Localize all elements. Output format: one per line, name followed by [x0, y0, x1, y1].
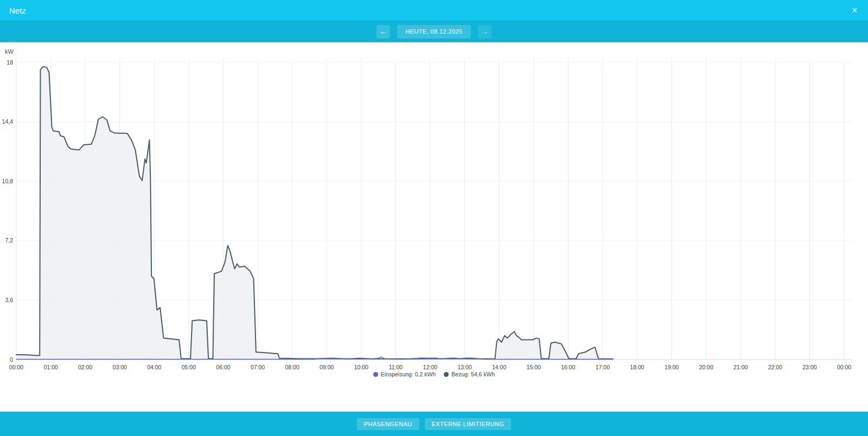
chart-legend: Einspeisung: 0,2 kWh Bezug: 54,6 kWh: [0, 371, 868, 377]
close-icon[interactable]: ✕: [850, 5, 859, 15]
phasengenau-button[interactable]: PHASENGENAU: [357, 418, 419, 430]
power-chart[interactable]: 03,67,210,814,418kW00:0001:0002:0003:000…: [0, 42, 868, 379]
page-title: Netz: [9, 6, 26, 15]
x-tick-label: 09:00: [320, 364, 334, 370]
bezug-dot-icon: [444, 372, 449, 377]
x-tick-label: 03:00: [113, 364, 127, 370]
x-tick-label: 22:00: [768, 364, 782, 370]
series-bezug-area: [16, 67, 613, 360]
chart-canvas[interactable]: 03,67,210,814,418kW00:0001:0002:0003:000…: [0, 42, 868, 379]
x-tick-label: 21:00: [733, 364, 748, 370]
x-tick-label: 13:00: [457, 364, 471, 370]
x-tick-label: 05:00: [182, 364, 196, 370]
x-tick-label: 14:00: [492, 364, 506, 370]
legend-item-bezug[interactable]: Bezug: 54,6 kWh: [444, 371, 495, 377]
x-tick-label: 23:00: [802, 364, 816, 370]
prev-day-button[interactable]: ←: [376, 25, 390, 39]
x-tick-label: 12:00: [423, 364, 437, 370]
footer-bar: PHASENGENAU EXTERNE LIMITIERUNG: [0, 412, 868, 436]
y-tick-label: 7,2: [5, 237, 13, 243]
x-tick-label: 00:00: [837, 364, 851, 370]
y-tick-label: 10,8: [2, 178, 14, 184]
arrow-right-icon: →: [481, 27, 488, 36]
x-tick-label: 02:00: [78, 364, 92, 370]
legend-label-bezug: Bezug: 54,6 kWh: [451, 371, 495, 377]
x-tick-label: 11:00: [389, 364, 403, 370]
x-tick-label: 08:00: [285, 364, 299, 370]
date-toolbar: ← HEUTE, 08.12.2025 →: [0, 21, 868, 42]
y-tick-label: 3,6: [5, 297, 13, 303]
x-tick-label: 00:00: [9, 364, 23, 370]
legend-label-einspeisung: Einspeisung: 0,2 kWh: [381, 371, 436, 377]
next-day-button[interactable]: →: [478, 25, 492, 39]
x-tick-label: 20:00: [699, 364, 713, 370]
x-tick-label: 18:00: [630, 364, 644, 370]
y-axis-unit: kW: [5, 48, 14, 55]
y-tick-label: 14,4: [2, 118, 14, 125]
x-tick-label: 16:00: [561, 364, 575, 370]
date-button[interactable]: HEUTE, 08.12.2025: [397, 25, 470, 39]
x-tick-label: 19:00: [665, 364, 679, 370]
x-tick-label: 04:00: [147, 364, 161, 370]
y-tick-label: 18: [7, 59, 13, 66]
legend-item-einspeisung[interactable]: Einspeisung: 0,2 kWh: [373, 371, 436, 377]
x-tick-label: 07:00: [251, 364, 265, 370]
x-tick-label: 01:00: [43, 364, 58, 370]
x-tick-label: 06:00: [216, 364, 230, 370]
header-bar: Netz ✕: [0, 0, 868, 21]
y-tick-label: 0: [10, 356, 13, 363]
arrow-left-icon: ←: [380, 27, 387, 36]
externe-limitierung-button[interactable]: EXTERNE LIMITIERUNG: [425, 418, 512, 430]
einspeisung-dot-icon: [373, 372, 378, 377]
x-tick-label: 10:00: [354, 364, 368, 370]
x-tick-label: 17:00: [596, 364, 610, 370]
x-tick-label: 15:00: [527, 364, 541, 370]
